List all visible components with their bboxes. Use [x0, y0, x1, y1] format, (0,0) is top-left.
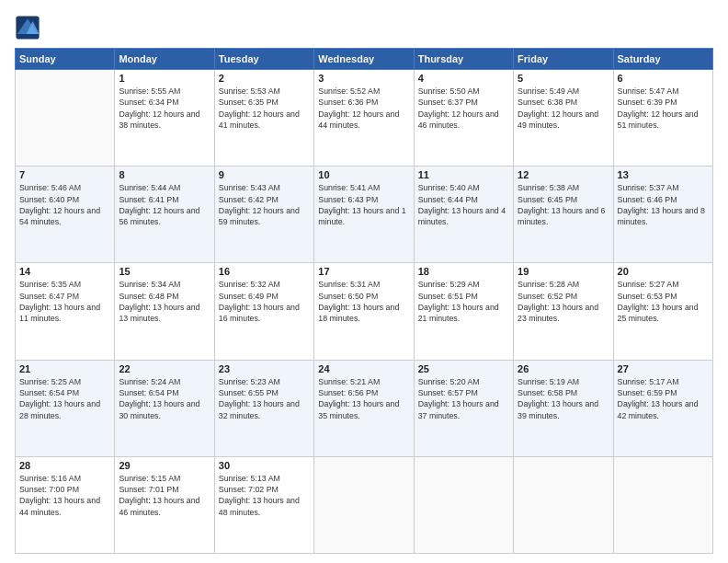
day-cell: 11Sunrise: 5:40 AMSunset: 6:44 PMDayligh…: [414, 167, 513, 263]
logo-icon: [15, 15, 40, 40]
day-number: 11: [418, 169, 509, 180]
day-info: Sunrise: 5:21 AMSunset: 6:56 PMDaylight:…: [318, 376, 409, 421]
day-number: 14: [19, 266, 110, 277]
day-cell: 28Sunrise: 5:16 AMSunset: 7:00 PMDayligh…: [16, 456, 115, 553]
day-cell: 23Sunrise: 5:23 AMSunset: 6:55 PMDayligh…: [214, 360, 313, 456]
day-number: 26: [518, 363, 609, 374]
day-info: Sunrise: 5:44 AMSunset: 6:41 PMDaylight:…: [119, 182, 210, 227]
day-number: 2: [219, 73, 310, 84]
weekday-saturday: Saturday: [613, 49, 712, 70]
day-info: Sunrise: 5:15 AMSunset: 7:01 PMDaylight:…: [119, 473, 210, 518]
day-info: Sunrise: 5:38 AMSunset: 6:45 PMDaylight:…: [518, 182, 609, 227]
week-row-5: 28Sunrise: 5:16 AMSunset: 7:00 PMDayligh…: [16, 456, 713, 553]
day-info: Sunrise: 5:40 AMSunset: 6:44 PMDaylight:…: [418, 182, 509, 227]
day-cell: 30Sunrise: 5:13 AMSunset: 7:02 PMDayligh…: [214, 456, 313, 553]
day-cell: 5Sunrise: 5:49 AMSunset: 6:38 PMDaylight…: [514, 70, 613, 167]
day-number: 15: [119, 266, 210, 277]
day-cell: 12Sunrise: 5:38 AMSunset: 6:45 PMDayligh…: [514, 167, 613, 263]
week-row-2: 7Sunrise: 5:46 AMSunset: 6:40 PMDaylight…: [16, 167, 713, 263]
day-number: 20: [618, 266, 709, 277]
day-cell: [414, 456, 513, 553]
day-info: Sunrise: 5:47 AMSunset: 6:39 PMDaylight:…: [618, 86, 709, 131]
day-info: Sunrise: 5:43 AMSunset: 6:42 PMDaylight:…: [219, 182, 310, 227]
day-cell: 17Sunrise: 5:31 AMSunset: 6:50 PMDayligh…: [314, 263, 414, 360]
week-row-4: 21Sunrise: 5:25 AMSunset: 6:54 PMDayligh…: [16, 360, 713, 456]
day-info: Sunrise: 5:37 AMSunset: 6:46 PMDaylight:…: [618, 182, 709, 227]
day-info: Sunrise: 5:25 AMSunset: 6:54 PMDaylight:…: [19, 376, 110, 421]
calendar: SundayMondayTuesdayWednesdayThursdayFrid…: [15, 48, 713, 554]
week-row-3: 14Sunrise: 5:35 AMSunset: 6:47 PMDayligh…: [16, 263, 713, 360]
weekday-friday: Friday: [514, 49, 613, 70]
day-number: 7: [19, 169, 110, 180]
week-row-1: 1Sunrise: 5:55 AMSunset: 6:34 PMDaylight…: [16, 70, 713, 167]
day-number: 30: [219, 460, 310, 471]
day-number: 17: [318, 266, 409, 277]
weekday-monday: Monday: [115, 49, 214, 70]
weekday-header-row: SundayMondayTuesdayWednesdayThursdayFrid…: [16, 49, 713, 70]
day-number: 5: [518, 73, 609, 84]
day-number: 4: [418, 73, 509, 84]
day-info: Sunrise: 5:46 AMSunset: 6:40 PMDaylight:…: [19, 182, 110, 227]
day-number: 13: [618, 169, 709, 180]
day-info: Sunrise: 5:13 AMSunset: 7:02 PMDaylight:…: [219, 473, 310, 518]
day-cell: 3Sunrise: 5:52 AMSunset: 6:36 PMDaylight…: [314, 70, 414, 167]
day-info: Sunrise: 5:49 AMSunset: 6:38 PMDaylight:…: [518, 86, 609, 131]
day-cell: 6Sunrise: 5:47 AMSunset: 6:39 PMDaylight…: [613, 70, 712, 167]
weekday-thursday: Thursday: [414, 49, 513, 70]
day-cell: 15Sunrise: 5:34 AMSunset: 6:48 PMDayligh…: [115, 263, 214, 360]
day-info: Sunrise: 5:34 AMSunset: 6:48 PMDaylight:…: [119, 279, 210, 324]
day-info: Sunrise: 5:17 AMSunset: 6:59 PMDaylight:…: [618, 376, 709, 421]
day-cell: 8Sunrise: 5:44 AMSunset: 6:41 PMDaylight…: [115, 167, 214, 263]
day-info: Sunrise: 5:16 AMSunset: 7:00 PMDaylight:…: [19, 473, 110, 518]
day-number: 8: [119, 169, 210, 180]
day-number: 28: [19, 460, 110, 471]
day-info: Sunrise: 5:53 AMSunset: 6:35 PMDaylight:…: [219, 86, 310, 131]
day-cell: 4Sunrise: 5:50 AMSunset: 6:37 PMDaylight…: [414, 70, 513, 167]
day-info: Sunrise: 5:35 AMSunset: 6:47 PMDaylight:…: [19, 279, 110, 324]
day-cell: 13Sunrise: 5:37 AMSunset: 6:46 PMDayligh…: [613, 167, 712, 263]
day-info: Sunrise: 5:32 AMSunset: 6:49 PMDaylight:…: [219, 279, 310, 324]
day-number: 25: [418, 363, 509, 374]
day-cell: 7Sunrise: 5:46 AMSunset: 6:40 PMDaylight…: [16, 167, 115, 263]
day-number: 24: [318, 363, 409, 374]
day-cell: 9Sunrise: 5:43 AMSunset: 6:42 PMDaylight…: [214, 167, 313, 263]
day-cell: 16Sunrise: 5:32 AMSunset: 6:49 PMDayligh…: [214, 263, 313, 360]
weekday-sunday: Sunday: [16, 49, 115, 70]
page: SundayMondayTuesdayWednesdayThursdayFrid…: [0, 0, 728, 563]
day-cell: 29Sunrise: 5:15 AMSunset: 7:01 PMDayligh…: [115, 456, 214, 553]
day-info: Sunrise: 5:24 AMSunset: 6:54 PMDaylight:…: [119, 376, 210, 421]
day-info: Sunrise: 5:20 AMSunset: 6:57 PMDaylight:…: [418, 376, 509, 421]
day-info: Sunrise: 5:55 AMSunset: 6:34 PMDaylight:…: [119, 86, 210, 131]
day-info: Sunrise: 5:29 AMSunset: 6:51 PMDaylight:…: [418, 279, 509, 324]
day-info: Sunrise: 5:19 AMSunset: 6:58 PMDaylight:…: [518, 376, 609, 421]
day-cell: [613, 456, 712, 553]
day-cell: 26Sunrise: 5:19 AMSunset: 6:58 PMDayligh…: [514, 360, 613, 456]
day-info: Sunrise: 5:27 AMSunset: 6:53 PMDaylight:…: [618, 279, 709, 324]
day-cell: 19Sunrise: 5:28 AMSunset: 6:52 PMDayligh…: [514, 263, 613, 360]
day-cell: 22Sunrise: 5:24 AMSunset: 6:54 PMDayligh…: [115, 360, 214, 456]
weekday-wednesday: Wednesday: [314, 49, 414, 70]
day-cell: [314, 456, 414, 553]
day-cell: 27Sunrise: 5:17 AMSunset: 6:59 PMDayligh…: [613, 360, 712, 456]
day-number: 1: [119, 73, 210, 84]
day-number: 19: [518, 266, 609, 277]
day-number: 21: [19, 363, 110, 374]
day-number: 12: [518, 169, 609, 180]
day-number: 6: [618, 73, 709, 84]
day-cell: 25Sunrise: 5:20 AMSunset: 6:57 PMDayligh…: [414, 360, 513, 456]
day-cell: [514, 456, 613, 553]
day-cell: 21Sunrise: 5:25 AMSunset: 6:54 PMDayligh…: [16, 360, 115, 456]
day-number: 9: [219, 169, 310, 180]
day-cell: 10Sunrise: 5:41 AMSunset: 6:43 PMDayligh…: [314, 167, 414, 263]
day-info: Sunrise: 5:41 AMSunset: 6:43 PMDaylight:…: [318, 182, 409, 227]
header: [15, 15, 713, 40]
day-number: 16: [219, 266, 310, 277]
day-number: 18: [418, 266, 509, 277]
day-cell: 18Sunrise: 5:29 AMSunset: 6:51 PMDayligh…: [414, 263, 513, 360]
day-number: 29: [119, 460, 210, 471]
day-cell: 2Sunrise: 5:53 AMSunset: 6:35 PMDaylight…: [214, 70, 313, 167]
day-number: 27: [618, 363, 709, 374]
day-info: Sunrise: 5:31 AMSunset: 6:50 PMDaylight:…: [318, 279, 409, 324]
day-number: 10: [318, 169, 409, 180]
day-cell: 24Sunrise: 5:21 AMSunset: 6:56 PMDayligh…: [314, 360, 414, 456]
